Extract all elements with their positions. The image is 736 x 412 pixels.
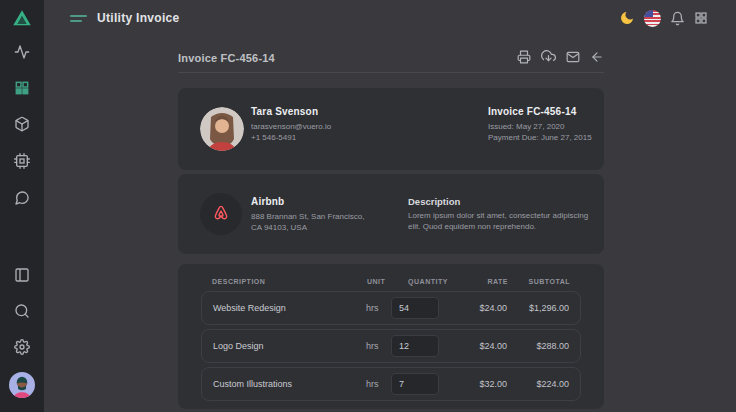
- invoice-actions: [517, 50, 604, 67]
- table-row: Website Redesign hrs $24.00 $1,296.00: [201, 291, 581, 325]
- invoice-number: Invoice FC-456-14: [488, 106, 592, 117]
- invoice-parties-card: Tara Svenson tarasvenson@vuero.io +1 546…: [178, 88, 604, 170]
- cloud-download-icon: [541, 50, 556, 65]
- row-description: Custom Illustrations: [213, 379, 366, 389]
- settings-gear-icon: [14, 339, 30, 355]
- menu-hamburger-icon[interactable]: [70, 15, 87, 22]
- language-selector[interactable]: [644, 10, 661, 27]
- bell-icon: [670, 11, 685, 26]
- sender-avatar-image: [200, 107, 244, 151]
- sender-phone: +1 546-5491: [251, 132, 331, 143]
- sidebar-item-products[interactable]: [0, 116, 44, 132]
- sidebar-profile[interactable]: [0, 372, 44, 398]
- sidebar-item-dashboard[interactable]: [0, 80, 44, 96]
- invoice-title: Invoice FC-456-14: [178, 52, 275, 64]
- client-name: Airbnb: [251, 196, 364, 207]
- sidebar-item-components[interactable]: [0, 153, 44, 169]
- back-button[interactable]: [590, 50, 604, 64]
- row-subtotal: $288.00: [507, 341, 569, 351]
- row-unit: hrs: [366, 303, 391, 313]
- invoice-description: Description Lorem ipsum dolor sit amet, …: [408, 196, 598, 232]
- client-info: Airbnb 888 Brannan St, San Francisco, CA…: [251, 196, 364, 233]
- send-email-button[interactable]: [566, 50, 580, 64]
- invoice-rows: Website Redesign hrs $24.00 $1,296.00 Lo…: [201, 291, 581, 401]
- sidebar-item-search[interactable]: [0, 303, 44, 319]
- box-icon: [14, 116, 30, 132]
- sender-email: tarasvenson@vuero.io: [251, 121, 331, 132]
- moon-icon: [619, 10, 635, 26]
- client-address-line1: 888 Brannan St, San Francisco,: [251, 211, 364, 222]
- cpu-icon: [14, 153, 30, 169]
- row-quantity-cell: [391, 373, 463, 395]
- back-arrow-icon: [590, 50, 604, 64]
- col-header-rate: Rate: [464, 278, 508, 285]
- print-button[interactable]: [517, 50, 531, 64]
- quantity-input[interactable]: [391, 373, 439, 395]
- sidebar-item-settings[interactable]: [0, 339, 44, 355]
- page-title: Utility Invoice: [97, 11, 180, 25]
- row-rate: $24.00: [463, 303, 507, 313]
- client-logo: [200, 193, 242, 235]
- logo-triangle-icon: [11, 7, 33, 29]
- col-header-subtotal: Subtotal: [508, 278, 570, 285]
- row-subtotal: $1,296.00: [507, 303, 569, 313]
- col-header-quantity: Quantity: [392, 278, 464, 285]
- sidebar: [0, 0, 44, 412]
- download-button[interactable]: [541, 50, 556, 65]
- activity-icon: [14, 44, 30, 60]
- row-description: Website Redesign: [213, 303, 366, 313]
- client-address-line2: CA 94103, USA: [251, 222, 364, 233]
- quantity-input[interactable]: [391, 335, 439, 357]
- sidebar-item-reader[interactable]: [0, 267, 44, 283]
- us-flag-icon: [644, 10, 661, 27]
- description-text-line1: Lorem ipsum dolor sit amet, consectetur …: [408, 211, 598, 222]
- sender-name: Tara Svenson: [251, 106, 331, 117]
- dashboard-grid-icon: [14, 80, 30, 96]
- table-header: Description Unit Quantity Rate Subtotal: [201, 278, 581, 285]
- search-icon: [14, 303, 30, 319]
- table-row: Logo Design hrs $24.00 $288.00: [201, 329, 581, 363]
- row-unit: hrs: [366, 379, 391, 389]
- row-unit: hrs: [366, 341, 391, 351]
- sidebar-item-messages[interactable]: [0, 190, 44, 206]
- dark-mode-toggle[interactable]: [619, 10, 635, 26]
- app-logo[interactable]: [0, 7, 44, 29]
- sender-avatar: [200, 107, 244, 151]
- row-subtotal: $224.00: [507, 379, 569, 389]
- topbar: Utility Invoice: [44, 0, 736, 36]
- line-items-card: Description Unit Quantity Rate Subtotal …: [178, 264, 604, 409]
- col-header-description: Description: [212, 278, 367, 285]
- apps-grid-icon: [694, 11, 708, 25]
- mail-icon: [566, 50, 580, 64]
- apps-menu-button[interactable]: [694, 11, 708, 25]
- row-rate: $24.00: [463, 341, 507, 351]
- table-row: Custom Illustrations hrs $32.00 $224.00: [201, 367, 581, 401]
- reader-panel-icon: [14, 267, 30, 283]
- row-quantity-cell: [391, 297, 463, 319]
- invoice-issued-date: Issued: May 27, 2020: [488, 121, 592, 132]
- row-quantity-cell: [391, 335, 463, 357]
- app-window: Utility Invoice Invoice FC-456-14: [0, 0, 736, 412]
- printer-icon: [517, 50, 531, 64]
- topbar-actions: [619, 10, 708, 27]
- invoice-toolbar: Invoice FC-456-14: [178, 44, 604, 73]
- invoice-due-date: Payment Due: June 27, 2015: [488, 132, 592, 143]
- description-text-line2: elit. Quod equidem non reprehendo.: [408, 222, 598, 233]
- quantity-input[interactable]: [391, 297, 439, 319]
- row-rate: $32.00: [463, 379, 507, 389]
- chat-icon: [14, 190, 30, 206]
- sender-info: Tara Svenson tarasvenson@vuero.io +1 546…: [251, 106, 331, 143]
- airbnb-logo-icon: [209, 202, 233, 226]
- sidebar-item-activity[interactable]: [0, 44, 44, 60]
- invoice-meta: Invoice FC-456-14 Issued: May 27, 2020 P…: [488, 106, 592, 143]
- profile-avatar: [9, 372, 35, 398]
- col-header-unit: Unit: [367, 278, 392, 285]
- client-description-card: Airbnb 888 Brannan St, San Francisco, CA…: [178, 174, 604, 254]
- row-description: Logo Design: [213, 341, 366, 351]
- description-title: Description: [408, 196, 598, 207]
- notifications-button[interactable]: [670, 11, 685, 26]
